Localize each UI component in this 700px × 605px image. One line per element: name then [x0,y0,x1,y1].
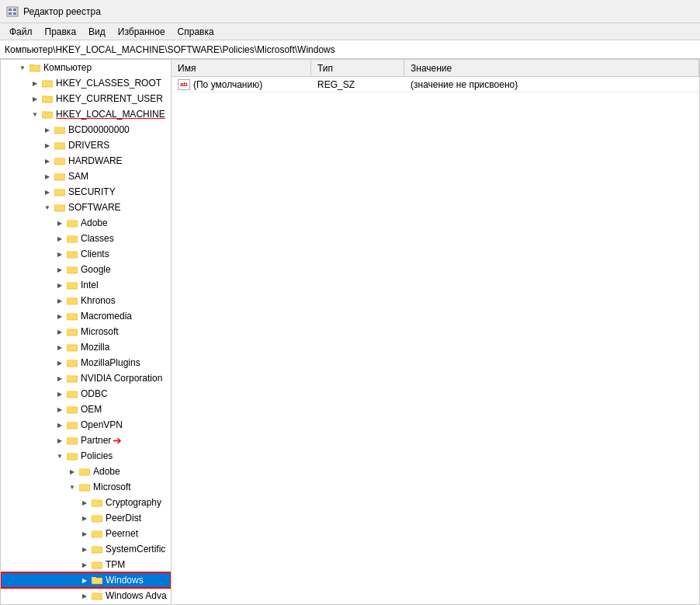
expand-icon-nvidia[interactable] [54,372,66,384]
tree-node-hkey-classes-root[interactable]: HKEY_CLASSES_ROOT [1,75,171,91]
tree-label-hkey-classes-root: HKEY_CLASSES_ROOT [56,78,161,89]
tree-node-windows[interactable]: Windows [1,572,171,588]
expand-icon-clients[interactable] [54,248,66,260]
expand-icon-hkey-classes-root[interactable] [29,77,41,89]
svg-rect-45 [67,360,71,361]
expand-icon-systemcertif[interactable] [78,543,91,555]
folder-icon-clients [66,248,78,260]
tree-node-cryptography[interactable]: Cryptography [1,495,171,510]
svg-rect-43 [67,344,71,346]
tree-node-partner[interactable]: Partner ➔ [1,433,171,448]
values-panel: Имя Тип Значение ab (По умолчанию) REG_S… [172,60,699,604]
expand-icon-google[interactable] [54,263,66,276]
tree-label-policies-microsoft: Microsoft [93,482,131,492]
expand-icon-hkey-current-user[interactable] [29,92,41,105]
svg-rect-14 [54,127,65,134]
menu-file[interactable]: Файл [3,25,39,39]
expand-icon-intel[interactable] [54,279,66,291]
expand-icon-odbc[interactable] [54,388,66,400]
expand-icon-macromedia[interactable] [54,310,66,322]
expand-icon-drivers[interactable] [41,139,54,151]
expand-icon-classes[interactable] [54,232,66,245]
expand-icon-microsoft-sw[interactable] [54,325,66,338]
expand-icon-peerdist[interactable] [78,512,91,524]
main-content: Компьютер HKEY_CLASSES_ROOT HKEY_CURRENT… [0,59,700,605]
tree-node-policies-adobe[interactable]: Adobe [1,464,171,479]
expand-icon-security[interactable] [41,186,54,198]
values-row-default[interactable]: ab (По умолчанию) REG_SZ (значение не пр… [172,77,699,92]
tree-node-clients[interactable]: Clients [1,246,171,262]
tree-node-security[interactable]: SECURITY [1,184,171,200]
tree-node-odbc[interactable]: ODBC [1,386,171,402]
menu-view[interactable]: Вид [82,25,112,39]
tree-node-oem[interactable]: OEM [1,402,171,417]
tree-node-google[interactable]: Google [1,262,171,277]
tree-node-software[interactable]: SOFTWARE [1,200,171,215]
tree-node-mozillaplugins[interactable]: MozillaPlugins [1,355,171,370]
svg-rect-26 [67,221,78,227]
svg-rect-72 [92,578,102,584]
tree-node-computer[interactable]: Компьютер [1,60,171,75]
folder-icon-khronos [66,294,78,307]
expand-icon-software[interactable] [41,201,54,214]
svg-rect-7 [29,65,40,71]
menu-favorites[interactable]: Избранное [112,25,172,39]
tree-node-hkey-local-machine[interactable]: HKEY_LOCAL_MACHINE [1,106,171,122]
tree-node-khronos[interactable]: Khronos [1,293,171,308]
tree-node-mozilla[interactable]: Mozilla [1,339,171,355]
expand-icon-windows[interactable] [78,574,91,586]
expand-icon-openvpn[interactable] [54,419,66,431]
tree-node-systemcertif[interactable]: SystemCertific [1,541,171,557]
svg-rect-61 [79,484,84,485]
expand-icon-hardware[interactable] [41,155,54,167]
svg-rect-66 [92,531,102,537]
tree-node-microsoft-sw[interactable]: Microsoft [1,324,171,339]
expand-icon-policies[interactable] [54,450,66,462]
folder-icon-windows [91,574,103,586]
tree-node-sam[interactable]: SAM [1,169,171,184]
tree-node-policies[interactable]: Policies [1,448,171,464]
col-header-value: Значение [404,60,699,76]
expand-icon-computer[interactable] [16,61,29,74]
tree-node-openvpn[interactable]: OpenVPN [1,417,171,433]
tree-node-hardware[interactable]: HARDWARE [1,153,171,169]
expand-icon-adobe[interactable] [54,217,66,229]
svg-rect-54 [67,438,78,444]
tree-node-macromedia[interactable]: Macromedia [1,308,171,324]
expand-icon-policies-adobe[interactable] [66,465,78,478]
tree-node-windows-adv[interactable]: Windows Adva [1,588,171,603]
expand-icon-mozilla[interactable] [54,341,66,353]
tree-node-adobe[interactable]: Adobe [1,215,171,231]
expand-icon-sam[interactable] [41,170,54,183]
expand-icon-hkey-local-machine[interactable] [29,108,41,120]
folder-icon-policies-adobe [78,465,91,478]
expand-icon-oem[interactable] [54,403,66,416]
tree-node-peernet[interactable]: Peernet [1,526,171,541]
tree-node-windows-def[interactable]: Windows Defe [1,603,171,604]
tree-node-hkey-current-user[interactable]: HKEY_CURRENT_USER [1,91,171,106]
svg-rect-9 [42,80,47,82]
tree-node-drivers[interactable]: DRIVERS [1,137,171,153]
tree-node-tpm[interactable]: TPM [1,557,171,572]
expand-icon-partner[interactable] [54,434,66,447]
menu-help[interactable]: Справка [172,25,220,39]
folder-icon-oem [66,403,78,416]
expand-icon-windows-adv[interactable] [78,589,91,602]
tree-node-bcd[interactable]: BCD00000000 [1,122,171,137]
expand-icon-peernet[interactable] [78,527,91,540]
tree-label-classes: Classes [81,233,114,244]
expand-icon-bcd[interactable] [41,123,54,136]
expand-icon-khronos[interactable] [54,294,66,307]
tree-node-intel[interactable]: Intel [1,277,171,293]
folder-icon-computer [29,61,41,74]
tree-node-peerdist[interactable]: PeerDist [1,510,171,526]
expand-icon-mozillaplugins[interactable] [54,356,66,369]
tree-node-nvidia[interactable]: NVIDIA Corporation [1,370,171,386]
tree-panel[interactable]: Компьютер HKEY_CLASSES_ROOT HKEY_CURRENT… [1,60,172,604]
expand-icon-tpm[interactable] [78,558,91,571]
menu-edit[interactable]: Правка [39,25,83,39]
tree-node-policies-microsoft[interactable]: Microsoft [1,479,171,495]
tree-node-classes[interactable]: Classes [1,231,171,246]
expand-icon-policies-microsoft[interactable] [66,481,78,493]
expand-icon-cryptography[interactable] [78,496,91,509]
